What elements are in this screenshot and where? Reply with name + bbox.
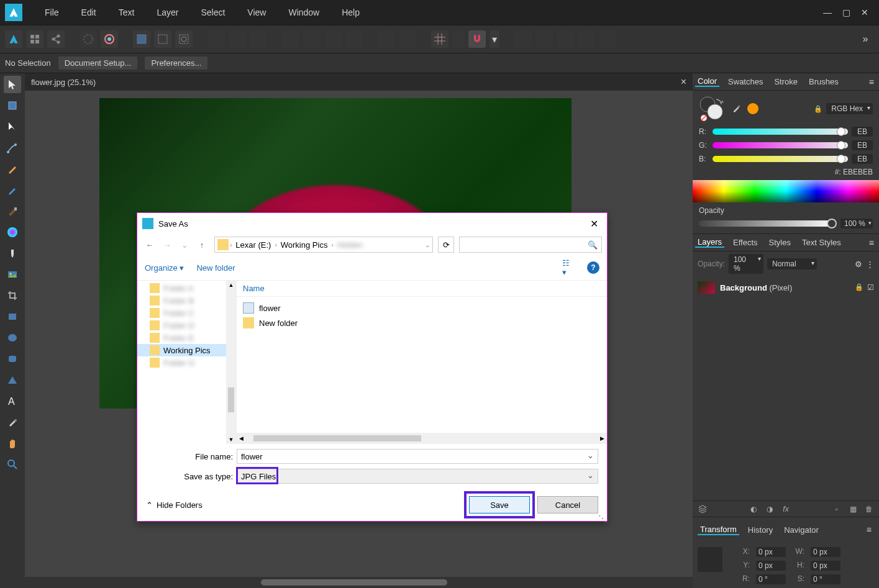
b-value[interactable]: EB: [852, 154, 873, 164]
layer-lock-icon[interactable]: 🔒: [855, 283, 863, 292]
globe-icon[interactable]: [101, 30, 118, 48]
canvas-scrollbar-h[interactable]: [25, 577, 693, 588]
r-value[interactable]: EB: [852, 127, 873, 137]
align-left-icon[interactable]: [207, 30, 225, 48]
w-value[interactable]: 0 px: [811, 547, 840, 557]
move-tool[interactable]: [4, 76, 21, 93]
snap-magnet-icon[interactable]: [468, 30, 486, 48]
tab-history[interactable]: History: [745, 525, 775, 535]
mask-icon[interactable]: ◐: [749, 504, 758, 514]
menu-view[interactable]: View: [236, 7, 277, 17]
triangle-tool[interactable]: [4, 371, 21, 389]
snap-dropdown[interactable]: ▾: [490, 30, 499, 48]
tab-text-styles[interactable]: Text Styles: [799, 238, 844, 247]
snap-options-icon[interactable]: [452, 30, 465, 48]
h-value[interactable]: 0 px: [811, 561, 840, 571]
file-item[interactable]: flower: [243, 301, 601, 315]
more-icon[interactable]: »: [857, 30, 874, 48]
cancel-button[interactable]: Cancel: [537, 496, 598, 513]
delete-layer-icon[interactable]: 🗑: [864, 504, 874, 514]
hex-value[interactable]: #: EBEBEB: [699, 168, 873, 176]
stack-icon[interactable]: [698, 504, 708, 514]
layer-opacity-dropdown[interactable]: 100 %: [729, 254, 763, 274]
layer-more-icon[interactable]: ⋮: [866, 260, 874, 269]
x-value[interactable]: 0 px: [756, 547, 786, 557]
menu-edit[interactable]: Edit: [70, 7, 107, 17]
lock-icon[interactable]: 🔒: [814, 105, 822, 113]
path-dropdown[interactable]: ⌄: [425, 242, 430, 248]
file-scrollbar-h[interactable]: ◀▶: [237, 433, 607, 444]
blend-mode-dropdown[interactable]: Normal: [767, 258, 817, 269]
color-format-dropdown[interactable]: RGB Hex: [826, 103, 873, 114]
color-picker-tool[interactable]: [4, 414, 21, 431]
window-minimize[interactable]: —: [818, 7, 837, 17]
ungroup-icon[interactable]: [399, 30, 416, 48]
pen-tool[interactable]: [4, 139, 21, 156]
g-slider[interactable]: [713, 142, 848, 148]
window-close[interactable]: ✕: [855, 7, 874, 17]
menu-text[interactable]: Text: [107, 7, 146, 17]
new-folder-button[interactable]: New folder: [196, 263, 235, 273]
boolean-divide-icon[interactable]: [599, 30, 616, 48]
grid-icon[interactable]: [431, 30, 449, 48]
tab-close[interactable]: ×: [681, 76, 686, 88]
boolean-xor-icon[interactable]: [578, 30, 595, 48]
invert-selection-icon[interactable]: [175, 30, 193, 48]
opacity-slider[interactable]: [699, 220, 836, 227]
refresh-button[interactable]: ⟳: [438, 237, 454, 253]
nav-recent[interactable]: ⌄: [177, 240, 192, 250]
tree-item[interactable]: Folder C: [137, 307, 236, 319]
menu-select[interactable]: Select: [189, 7, 236, 17]
tree-item[interactable]: Folder A: [137, 282, 236, 294]
deselect-icon[interactable]: [154, 30, 171, 48]
dialog-close-button[interactable]: ✕: [586, 218, 602, 230]
tab-effects[interactable]: Effects: [731, 238, 760, 247]
path-bar[interactable]: › Lexar (E:) › Working Pics › Hidden ⌄: [214, 237, 433, 253]
tab-color[interactable]: Color: [695, 76, 719, 87]
node-tool[interactable]: [4, 118, 21, 135]
y-value[interactable]: 0 px: [756, 561, 786, 571]
column-header-name[interactable]: Name: [237, 281, 607, 297]
fill-tool[interactable]: [4, 224, 21, 241]
menu-window[interactable]: Window: [277, 7, 330, 17]
path-seg-folder[interactable]: Working Pics: [278, 240, 330, 250]
ellipse-tool[interactable]: [4, 329, 21, 346]
s-value[interactable]: 0 °: [811, 574, 840, 584]
arrange-icon[interactable]: [26, 30, 43, 48]
tab-layers[interactable]: Layers: [695, 237, 724, 248]
flip-v-icon[interactable]: [303, 30, 321, 48]
nav-up[interactable]: ↑: [194, 240, 209, 250]
layer-visible-checkbox[interactable]: ☑: [867, 283, 874, 292]
hide-folders-button[interactable]: ⌃Hide Folders: [146, 500, 203, 510]
align-center-icon[interactable]: [229, 30, 246, 48]
filetype-dropdown[interactable]: JPG Files: [237, 469, 598, 484]
layers-menu-icon[interactable]: ≡: [867, 238, 877, 248]
path-seg-drive[interactable]: Lexar (E:): [233, 240, 273, 250]
nav-forward[interactable]: →: [160, 240, 175, 250]
layer-settings-icon[interactable]: ⚙: [855, 260, 862, 269]
place-image-tool[interactable]: [4, 266, 21, 283]
pencil-tool[interactable]: [4, 160, 21, 178]
file-list[interactable]: flower New folder: [237, 297, 607, 433]
r-value[interactable]: 0 °: [756, 574, 786, 584]
panel-menu-icon[interactable]: ≡: [867, 77, 877, 87]
flip-h-icon[interactable]: [282, 30, 299, 48]
rounded-rectangle-tool[interactable]: [4, 350, 21, 368]
tab-transform[interactable]: Transform: [698, 525, 739, 535]
share-icon[interactable]: [47, 30, 65, 48]
b-slider[interactable]: [713, 156, 848, 162]
color-swatch[interactable]: [699, 96, 725, 122]
tree-item[interactable]: Folder B: [137, 294, 236, 307]
tree-item[interactable]: Folder G: [137, 356, 236, 369]
tree-item-active[interactable]: Working Pics: [137, 344, 236, 356]
preferences-button[interactable]: Preferences...: [145, 57, 207, 70]
boolean-subtract-icon[interactable]: [535, 30, 553, 48]
menu-help[interactable]: Help: [330, 7, 371, 17]
g-value[interactable]: EB: [852, 140, 873, 150]
crop-tool[interactable]: [4, 287, 21, 304]
tab-styles[interactable]: Styles: [767, 238, 793, 247]
rotate-right-icon[interactable]: [345, 30, 363, 48]
tab-brushes[interactable]: Brushes: [806, 77, 841, 86]
fx-icon[interactable]: fx: [781, 504, 791, 514]
group-layer-icon[interactable]: ▦: [848, 504, 858, 514]
